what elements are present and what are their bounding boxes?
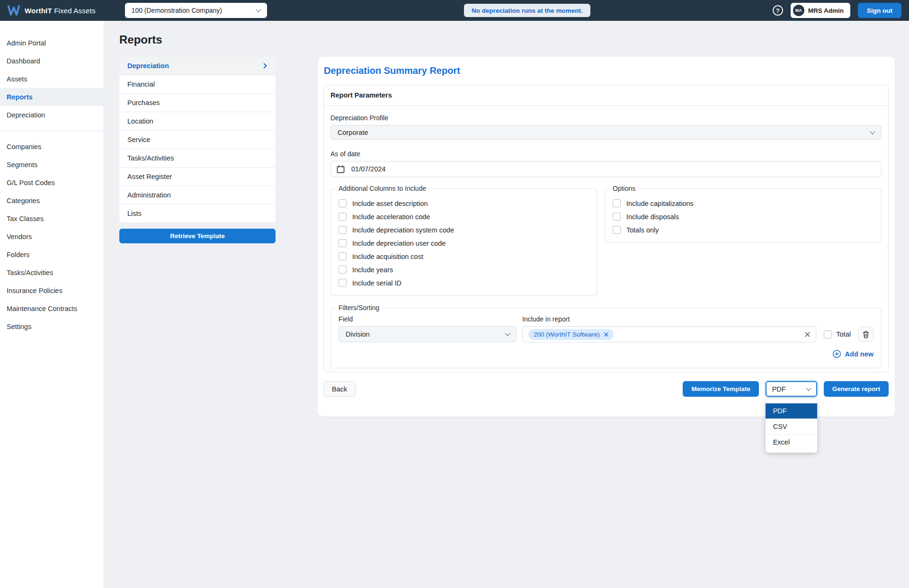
field-select[interactable]: Division xyxy=(339,326,517,342)
format-option-csv[interactable]: CSV xyxy=(766,419,817,434)
checkbox-label: Include acceleration code xyxy=(352,213,430,221)
checkbox-label: Include capitalizations xyxy=(626,200,694,207)
options-fieldset: Options Include capitalizations Include … xyxy=(605,185,882,243)
chevron-down-icon xyxy=(870,129,875,134)
generate-report-button[interactable]: Generate report xyxy=(824,381,889,397)
sidebar-item-segments[interactable]: Segments xyxy=(0,156,104,174)
sidebar-item-dashboard[interactable]: Dashboard xyxy=(0,52,104,70)
options-legend: Options xyxy=(610,185,638,192)
company-chip[interactable]: 200 (WorthIT Software) xyxy=(528,329,614,340)
checkbox-include-disposals[interactable] xyxy=(613,213,621,221)
checkbox-row: Include years xyxy=(339,266,589,274)
checkbox-include-depreciation-user-code[interactable] xyxy=(339,239,347,247)
company-selector[interactable]: 100 (Demonstration Company) xyxy=(125,3,267,18)
trash-icon xyxy=(862,330,870,339)
sidebar-item-maintenance-contracts[interactable]: Maintenance Contracts xyxy=(0,300,104,318)
help-icon[interactable]: ? xyxy=(773,5,783,16)
user-menu[interactable]: MA MRS Admin xyxy=(791,3,850,18)
checkbox-row: Include serial ID xyxy=(339,279,589,287)
category-service[interactable]: Service xyxy=(119,131,276,149)
date-label: As of date xyxy=(330,150,882,158)
checkbox-include-depreciation-system-code[interactable] xyxy=(339,226,347,234)
chevron-right-icon xyxy=(261,63,267,68)
checkbox-totals-only[interactable] xyxy=(613,226,621,234)
depreciation-profile-select[interactable]: Corporate xyxy=(330,125,882,140)
checkbox-include-capitalizations[interactable] xyxy=(613,199,621,207)
panel-header: Report Parameters xyxy=(324,85,888,106)
checkbox-include-serial-id[interactable] xyxy=(339,279,347,287)
report-categories: Depreciation Financial Purchases Locatio… xyxy=(119,57,276,243)
banner-text: No depreciation runs at the moment. xyxy=(472,7,583,14)
checkbox-label: Include asset description xyxy=(352,200,428,207)
category-tasks-activities[interactable]: Tasks/Activities xyxy=(119,149,276,168)
additional-columns-fieldset: Additional Columns to Include Include as… xyxy=(330,185,597,296)
field-label: Field xyxy=(339,315,517,323)
category-purchases[interactable]: Purchases xyxy=(119,94,276,112)
checkbox-row: Include depreciation user code xyxy=(339,239,589,247)
user-name: MRS Admin xyxy=(808,7,844,14)
chevron-down-icon xyxy=(505,330,510,336)
chip-label: 200 (WorthIT Software) xyxy=(534,331,600,338)
category-label: Tasks/Activities xyxy=(127,154,174,162)
sidebar-item-admin-portal[interactable]: Admin Portal xyxy=(0,34,104,52)
sidebar-item-reports[interactable]: Reports xyxy=(0,88,104,106)
checkbox-include-acquisition-cost[interactable] xyxy=(339,252,347,260)
sidebar-item-vendors[interactable]: Vendors xyxy=(0,228,104,246)
sidebar-item-depreciation[interactable]: Depreciation xyxy=(0,106,104,124)
sidebar-item-settings[interactable]: Settings xyxy=(0,318,104,336)
sidebar-item-tasks-activities[interactable]: Tasks/Activities xyxy=(0,264,104,282)
back-button[interactable]: Back xyxy=(323,381,356,397)
checkbox-row: Include depreciation system code xyxy=(339,226,589,234)
checkbox-label: Include acquisition cost xyxy=(352,253,423,260)
category-administration[interactable]: Administration xyxy=(119,186,276,205)
checkbox-label: Include depreciation user code xyxy=(352,240,446,247)
report-title: Depreciation Summary Report xyxy=(324,65,889,76)
chevron-down-icon xyxy=(806,385,811,391)
depreciation-status-banner: No depreciation runs at the moment. xyxy=(464,4,590,17)
category-label: Service xyxy=(127,136,150,143)
plus-circle-icon xyxy=(832,349,841,358)
sidebar: Admin Portal Dashboard Assets Reports De… xyxy=(0,21,104,588)
include-in-report-label: Include in report xyxy=(522,315,816,323)
sidebar-item-tax-classes[interactable]: Tax Classes xyxy=(0,210,104,228)
include-in-report-input[interactable]: 200 (WorthIT Software) xyxy=(522,326,816,342)
sidebar-item-assets[interactable]: Assets xyxy=(0,70,104,88)
checkbox-row: Include acceleration code xyxy=(339,213,589,221)
sidebar-item-companies[interactable]: Companies xyxy=(0,138,104,156)
memorize-template-button[interactable]: Memorize Template xyxy=(683,381,758,397)
format-option-excel[interactable]: Excel xyxy=(766,434,817,450)
category-label: Location xyxy=(127,117,153,125)
header-right: ? MA MRS Admin Sign out xyxy=(773,3,901,18)
sidebar-item-gl-post-codes[interactable]: G/L Post Codes xyxy=(0,174,104,192)
add-new-filter-link[interactable]: Add new xyxy=(832,349,873,358)
category-financial[interactable]: Financial xyxy=(119,75,276,94)
category-asset-register[interactable]: Asset Register xyxy=(119,168,276,186)
worthit-logo xyxy=(8,5,20,16)
sidebar-item-categories[interactable]: Categories xyxy=(0,192,104,210)
delete-filter-button[interactable] xyxy=(858,327,873,342)
profile-label: Depreciation Profile xyxy=(330,114,882,122)
as-of-date-input[interactable]: 01/07/2024 xyxy=(330,161,882,177)
checkbox-row: Include asset description xyxy=(339,199,589,207)
checkbox-include-asset-description[interactable] xyxy=(339,199,347,207)
profile-value: Corporate xyxy=(338,129,368,136)
format-select[interactable]: PDF xyxy=(766,381,817,397)
checkbox-include-acceleration-code[interactable] xyxy=(339,213,347,221)
category-label: Depreciation xyxy=(127,62,169,70)
filters-sorting-fieldset: Filters/Sorting Field Division xyxy=(330,304,882,368)
columns-legend: Additional Columns to Include xyxy=(336,185,428,192)
format-dropdown-menu: PDF CSV Excel xyxy=(766,399,817,453)
retrieve-template-button[interactable]: Retrieve Template xyxy=(119,229,276,243)
checkbox-total[interactable] xyxy=(824,330,832,339)
sign-out-button[interactable]: Sign out xyxy=(858,3,901,18)
close-icon[interactable] xyxy=(604,332,608,337)
category-depreciation[interactable]: Depreciation xyxy=(119,57,276,75)
format-option-pdf[interactable]: PDF xyxy=(766,403,817,419)
category-lists[interactable]: Lists xyxy=(119,205,276,223)
field-value: Division xyxy=(346,330,370,338)
clear-all-icon[interactable] xyxy=(805,332,810,337)
checkbox-include-years[interactable] xyxy=(339,266,347,274)
sidebar-item-insurance-policies[interactable]: Insurance Policies xyxy=(0,282,104,300)
category-location[interactable]: Location xyxy=(119,112,276,131)
sidebar-item-folders[interactable]: Folders xyxy=(0,246,104,264)
